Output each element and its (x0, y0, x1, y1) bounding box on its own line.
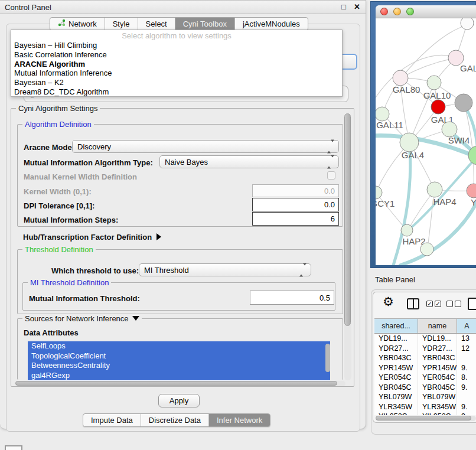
table-cell: YBL079W (374, 392, 418, 402)
table-cell: YPR145W (418, 363, 457, 373)
column-header[interactable]: name (418, 319, 457, 333)
apply-button[interactable]: Apply (158, 394, 200, 407)
which-threshold-combo[interactable]: MI Threshold (139, 263, 311, 276)
table-row[interactable]: YER054CYER054C8. (374, 373, 476, 383)
algorithm-option[interactable]: Basic Correlation Inference (11, 50, 342, 60)
mi-steps-field[interactable] (252, 212, 339, 226)
algorithm-option[interactable]: Bayesian – K2 (11, 78, 342, 87)
float-window-icon[interactable]: □ (341, 2, 346, 11)
table-row[interactable]: YBL079WYBL079W (374, 392, 476, 402)
algorithm-popup-list: Bayesian – Hill ClimbingBasic Correlatio… (11, 41, 342, 97)
close-icon[interactable]: ✕ (354, 2, 360, 11)
attribute-list-item[interactable]: SelfLoops (28, 341, 330, 351)
control-panel-titlebar: Control Panel □ ✕ (0, 1, 366, 14)
network-node[interactable] (393, 70, 408, 86)
attribute-list-item[interactable]: BetweennessCentrality (28, 361, 330, 371)
table-cell: 8. (457, 373, 476, 383)
mi-steps-label: Mutual Information Steps: (24, 216, 118, 224)
attribute-list-item[interactable]: TopologicalCoefficient (28, 351, 330, 361)
attribute-list-item[interactable]: gal4RGexp (28, 371, 330, 381)
table-row[interactable]: YLR345WYLR345W9. (374, 402, 476, 412)
network-node[interactable] (461, 18, 474, 30)
threshold-definition-group: Threshold Definition Which threshold to … (17, 249, 343, 314)
column-header[interactable]: A (457, 319, 476, 333)
table-row[interactable]: YBR045CYBR045C9. (374, 383, 476, 393)
mi-threshold-field[interactable] (250, 291, 334, 305)
network-node[interactable] (376, 186, 382, 199)
settings-horizontal-scrollbar[interactable] (15, 381, 345, 386)
tab-infer-network[interactable]: Infer Network (209, 414, 270, 426)
node-label: GAL (460, 63, 476, 73)
table-cell: YBL079W (418, 392, 457, 402)
algorithm-definition-group: Algorithm Definition Aracne Mode: Discov… (17, 124, 343, 227)
select-all-columns-icon[interactable]: ✓✓ (426, 301, 441, 307)
table-cell: YBR043C (374, 353, 418, 363)
table-row[interactable]: YDR27...YDR27...12 (374, 344, 476, 354)
kernel-width-label: Kernel Width (0,1): (24, 187, 92, 196)
mi-type-combo[interactable]: Naive Bayes (159, 155, 339, 168)
settings-vertical-scrollbar[interactable] (344, 113, 351, 380)
network-node[interactable] (400, 133, 419, 152)
table-cell: YBR043C (418, 353, 457, 363)
tab-style[interactable]: Style (105, 18, 138, 30)
table-row[interactable]: YBR043CYBR043C (374, 353, 476, 363)
split-columns-icon[interactable] (407, 298, 419, 309)
collapse-down-icon (132, 316, 139, 321)
gear-icon[interactable]: ⚙ (383, 295, 394, 309)
table-cell: 12 (457, 344, 476, 354)
network-node[interactable] (431, 100, 445, 114)
table-cell (457, 353, 476, 363)
combo-stepper-icon (327, 142, 334, 151)
table-row[interactable]: YPR145WYPR145W9. (374, 363, 476, 373)
sources-group: Sources for Network Inference Data Attri… (17, 318, 343, 380)
tab-cyni-toolbox[interactable]: Cyni Toolbox (175, 18, 235, 30)
network-node[interactable] (427, 182, 442, 197)
aracne-mode-label: Aracne Mode: (24, 143, 74, 152)
node-label: Y (471, 197, 476, 207)
table-cell: 9. (457, 402, 476, 412)
sources-toggle[interactable]: Sources for Network Inference (22, 314, 142, 323)
algorithm-option[interactable]: Bayesian – Hill Climbing (11, 41, 342, 50)
algorithm-option[interactable]: Dream8 DC_TDC Algorithm (11, 87, 342, 97)
deselect-all-columns-icon[interactable] (446, 301, 461, 307)
attribute-list-scrollbar[interactable] (325, 344, 330, 372)
kernel-width-field[interactable] (252, 184, 339, 197)
network-window-titlebar[interactable] (376, 5, 476, 18)
mac-minimize-icon[interactable] (393, 8, 401, 15)
algorithm-option[interactable]: Mutual Information Inference (11, 69, 342, 78)
manual-kernel-checkbox[interactable] (327, 171, 335, 180)
mac-close-icon[interactable] (380, 8, 388, 15)
table-panel-body: ⚙ ✓✓ shared...nameA YDL19...YDL19...13YD… (373, 292, 476, 423)
tab-network[interactable]: Network (50, 18, 105, 30)
table-cell: 9. (457, 383, 476, 393)
table-cell: YDL19... (374, 334, 418, 344)
expand-right-icon (157, 233, 161, 240)
network-node[interactable] (455, 94, 472, 112)
tab-impute-data[interactable]: Impute Data (83, 414, 141, 426)
table-cell: YDR27... (418, 344, 457, 354)
table-cell (457, 392, 476, 402)
network-canvas[interactable]: GALGAL80GAL10GAL1GAL11SWI4GAL4GCY1HAP4YH… (376, 18, 476, 265)
network-node[interactable] (427, 76, 441, 90)
tab-discretize-data[interactable]: Discretize Data (141, 414, 209, 426)
table-row[interactable]: YIL052CYIL052C9 (374, 412, 476, 415)
network-window-frame: GALGAL80GAL10GAL1GAL11SWI4GAL4GCY1HAP4YH… (370, 1, 476, 268)
tab-jactivemnodules[interactable]: jActiveMNodules (235, 18, 308, 30)
algorithm-option[interactable]: ARACNE Algorithm (11, 60, 342, 69)
network-node[interactable] (376, 107, 389, 121)
export-table-icon[interactable] (468, 298, 476, 310)
control-panel-tab-bar: Network Style Select Cyni Toolbox jActiv… (50, 17, 308, 31)
table-horizontal-scrollbar[interactable] (376, 416, 476, 421)
network-node[interactable] (420, 243, 433, 256)
network-node[interactable] (467, 184, 476, 198)
column-header[interactable]: shared... (374, 319, 418, 333)
tab-label: Network (69, 18, 97, 30)
aracne-mode-combo[interactable]: Discovery (72, 140, 339, 153)
hub-section-toggle[interactable]: Hub/Transcription Factor Definition (23, 233, 161, 242)
table-header-row: shared...nameA (374, 318, 476, 334)
tab-select[interactable]: Select (138, 18, 175, 30)
table-row[interactable]: YDL19...YDL19...13 (374, 334, 476, 344)
network-node[interactable] (401, 224, 413, 236)
dpi-tolerance-field[interactable] (252, 198, 339, 211)
mac-zoom-icon[interactable] (406, 8, 414, 15)
